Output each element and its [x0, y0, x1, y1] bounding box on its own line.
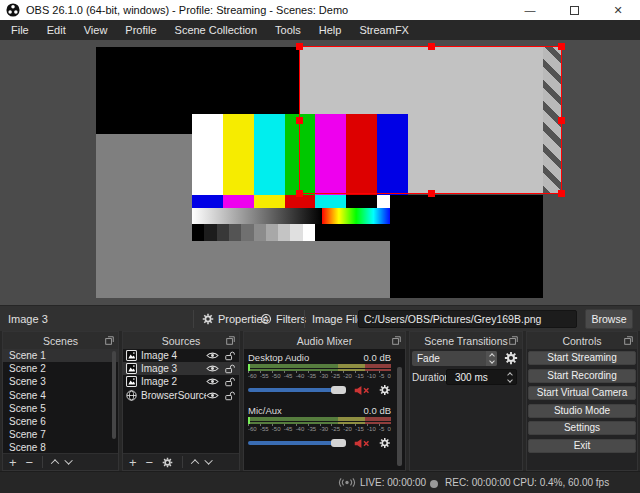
volume-slider-handle[interactable]: [331, 439, 346, 447]
move-scene-up-button[interactable]: [51, 459, 59, 467]
filters-label: Filters: [276, 313, 306, 325]
transition-select[interactable]: Fade: [412, 351, 497, 366]
move-source-down-button[interactable]: [205, 456, 213, 464]
scene-item[interactable]: Scene 6: [3, 415, 118, 428]
add-source-button[interactable]: +: [129, 455, 137, 470]
scenes-panel: Scenes Scene 1Scene 2Scene 3Scene 4Scene…: [2, 331, 119, 471]
rec-status: REC: 00:00:00: [445, 472, 511, 493]
preview-canvas[interactable]: [0, 40, 640, 305]
visibility-eye-icon[interactable]: [206, 391, 219, 400]
control-button[interactable]: Exit: [528, 439, 636, 453]
source-item[interactable]: Image 2: [123, 375, 239, 388]
channel-gear-icon[interactable]: [379, 437, 391, 449]
popout-icon[interactable]: [105, 336, 114, 345]
menu-item[interactable]: File: [2, 20, 38, 40]
scene-transitions-header[interactable]: Scene Transitions: [410, 332, 522, 349]
menu-item[interactable]: Scene Collection: [166, 20, 267, 40]
mute-speaker-icon[interactable]: [354, 438, 370, 449]
unlock-icon[interactable]: [225, 350, 235, 361]
mixer-scrollbar[interactable]: [397, 367, 402, 466]
image-source-icon: [126, 363, 137, 374]
meter-tick-label: -60: [248, 373, 257, 379]
scenes-header[interactable]: Scenes: [3, 332, 118, 349]
meter-tick-label: -55: [260, 426, 269, 432]
scene-item[interactable]: Scene 7: [3, 428, 118, 441]
close-icon: ✕: [613, 4, 622, 17]
volume-slider-handle[interactable]: [331, 386, 346, 394]
duration-spinbox[interactable]: 300 ms: [446, 369, 517, 385]
menu-item[interactable]: Edit: [38, 20, 75, 40]
source-item[interactable]: Image 3: [123, 362, 239, 375]
add-scene-button[interactable]: +: [9, 455, 17, 470]
visibility-eye-icon[interactable]: [206, 364, 219, 373]
scenes-title: Scenes: [43, 335, 78, 347]
move-source-up-button[interactable]: [191, 459, 199, 467]
control-button[interactable]: Studio Mode: [528, 404, 636, 418]
visibility-eye-icon[interactable]: [206, 351, 219, 360]
popout-icon[interactable]: [624, 336, 633, 345]
transition-select-arrows[interactable]: [486, 351, 497, 366]
filters-button[interactable]: Filters: [260, 306, 306, 332]
control-button[interactable]: Start Virtual Camera: [528, 386, 636, 400]
source-item[interactable]: Image 4: [123, 349, 239, 362]
controls-header[interactable]: Controls: [527, 332, 637, 349]
control-button[interactable]: Start Recording: [528, 369, 636, 383]
scene-item[interactable]: Scene 3: [3, 375, 118, 388]
browse-button[interactable]: Browse: [585, 309, 633, 329]
transition-gear-icon[interactable]: [504, 351, 518, 365]
control-button[interactable]: Start Streaming: [528, 351, 636, 365]
menu-item[interactable]: Tools: [266, 20, 310, 40]
title-bar: OBS 26.1.0 (64-bit, windows) - Profile: …: [0, 0, 640, 20]
remove-scene-button[interactable]: −: [26, 455, 34, 470]
scenes-scrollbar[interactable]: [112, 351, 116, 439]
meter-tick-label: -5: [379, 426, 384, 432]
scene-item[interactable]: Scene 5: [3, 402, 118, 415]
meter-tick-label: -35: [308, 426, 317, 432]
sources-header[interactable]: Sources: [123, 332, 239, 349]
meter-peak-indicator: [248, 417, 250, 424]
minimize-button[interactable]: —: [508, 0, 552, 20]
unlock-icon[interactable]: [225, 376, 235, 387]
menu-item[interactable]: Profile: [116, 20, 165, 40]
visibility-eye-icon[interactable]: [206, 377, 219, 386]
popout-icon[interactable]: [392, 336, 401, 345]
chevron-down-icon: [507, 377, 513, 383]
source-item[interactable]: BrowserSource: [123, 389, 239, 402]
scene-item[interactable]: Scene 2: [3, 362, 118, 375]
duration-spinner-arrows[interactable]: [504, 373, 516, 382]
source-rect-black-bottomright[interactable]: [390, 195, 543, 298]
remove-source-button[interactable]: −: [146, 455, 154, 470]
maximize-button[interactable]: [552, 0, 596, 20]
menu-item[interactable]: StreamFX: [350, 20, 418, 40]
toolbar-separator: [193, 310, 194, 328]
controls-body: Start StreamingStart RecordingStart Virt…: [527, 349, 637, 453]
channel-gear-icon[interactable]: [379, 384, 391, 396]
audio-mixer-header[interactable]: Audio Mixer: [244, 332, 405, 349]
mute-speaker-icon[interactable]: [354, 385, 370, 396]
test-pattern-source[interactable]: [192, 114, 408, 241]
source-properties-gear-icon[interactable]: [162, 457, 173, 468]
audio-mixer-body: Desktop Audio 0.0 dB -60-55-50-45-40-35-…: [244, 349, 405, 470]
popout-icon[interactable]: [226, 336, 235, 345]
scene-item[interactable]: Scene 4: [3, 389, 118, 402]
broadcast-icon: [338, 477, 356, 488]
meter-tick-label: -40: [296, 426, 305, 432]
menu-item[interactable]: View: [75, 20, 117, 40]
popout-icon[interactable]: [509, 336, 518, 345]
properties-button[interactable]: Properties: [202, 306, 268, 332]
unlock-icon[interactable]: [225, 363, 235, 374]
unlock-icon[interactable]: [225, 390, 235, 401]
volume-slider[interactable]: [248, 441, 345, 445]
menu-item[interactable]: Help: [310, 20, 351, 40]
meter-tick-label: 0: [388, 426, 391, 432]
meter-tick-label: -30: [319, 373, 328, 379]
gear-icon: [202, 313, 214, 325]
control-button[interactable]: Settings: [528, 421, 636, 435]
move-scene-down-button[interactable]: [65, 456, 73, 464]
image-file-input[interactable]: [358, 310, 577, 328]
channel-name: Desktop Audio: [248, 352, 309, 363]
meter-tick-label: -50: [272, 426, 281, 432]
volume-slider[interactable]: [248, 388, 345, 392]
scene-item[interactable]: Scene 1: [3, 349, 118, 362]
close-button[interactable]: ✕: [596, 0, 640, 20]
